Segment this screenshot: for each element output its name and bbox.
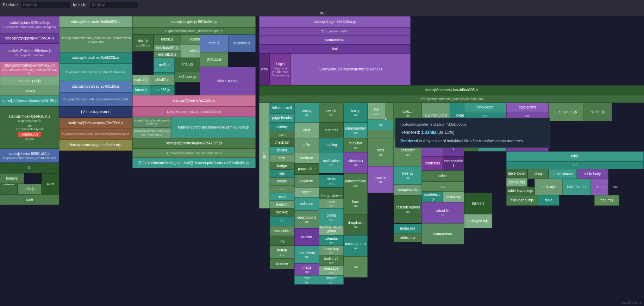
cell-vue-sub[interactable]: D:/project/nmmh/node_modules/@vue <box>132 106 256 117</box>
cell-tree-v2-header[interactable]: tree-v2 src <box>394 166 422 185</box>
cell-bootstrap-sub[interactable]: D:/project/nmmh/node_modules/bootstrap/d… <box>59 92 132 106</box>
cell-view[interactable]: view <box>259 54 270 85</box>
cell-sha1[interactable]: sha1.js sha384.js <box>132 35 154 51</box>
cell-util-mjs[interactable]: util.mjs <box>527 169 549 179</box>
cell-scrollbar[interactable]: scrollbar src <box>344 138 368 152</box>
cell-tree-store[interactable]: tree-store.mjs <box>549 103 584 121</box>
cell-table-footer[interactable]: table-footer <box>506 169 527 178</box>
cell-radio-ep[interactable]: radio src <box>319 199 344 208</box>
cell-tag[interactable]: tag <box>270 236 294 246</box>
cell-composables[interactable]: composables <box>443 156 464 170</box>
cell-enc-utf16[interactable]: enc-utf16.js <box>154 51 181 58</box>
cell-overlay[interactable]: overlay <box>270 123 294 131</box>
cell-vue-router[interactable]: static/js/vue-router-5a9da933.js <box>59 16 132 27</box>
cell-pinia[interactable]: static/js/pinia-8785ce9c.js D:/project/n… <box>0 16 59 33</box>
cell-infinite-scroll[interactable]: infinite-scroll <box>270 103 294 113</box>
cell-crypto-path[interactable]: D:/project/nmmh/node_modules/crypto-js <box>132 27 256 35</box>
cell-lodash-sub[interactable]: D:/project/nmmh/node_modules/lodash-es <box>59 63 132 81</box>
cell-timeline[interactable]: timeline <box>270 258 294 269</box>
cell-fontawesome-svg[interactable]: fontawesome-svg-core/index.mjs <box>59 139 132 151</box>
cell-alert[interactable]: alert <box>294 123 319 138</box>
cell-tree-v2-composables[interactable]: composables <box>394 185 422 195</box>
cell-moving-focus[interactable]: moving-focus-group src <box>319 226 344 235</box>
exclude-input[interactable] <box>21 2 70 8</box>
cell-row[interactable]: row <box>270 154 294 162</box>
cell-enc-base64[interactable]: enc-base64.js <box>154 44 181 51</box>
cell-tooltip-v2[interactable]: tooltip-v2 src <box>319 256 344 266</box>
include-input[interactable] <box>89 2 138 8</box>
cell-time-picker-header[interactable]: time-picker <box>464 103 506 112</box>
cell-useSelect[interactable]: useSelect.mjs <box>422 192 443 202</box>
cell-focus-trap[interactable]: focus-trap src <box>319 246 344 256</box>
cell-select-ep[interactable]: select <box>422 170 464 182</box>
cell-login-src[interactable]: D:/project/nmmh/src <box>259 27 411 35</box>
cell-space[interactable]: space <box>294 187 319 197</box>
cell-sha512[interactable]: sha512.js <box>200 52 228 67</box>
cell-popper[interactable]: static/js/@popperjs-e77bf204.js <box>0 33 59 44</box>
cell-fortawesome-sub[interactable]: D:/project/nmmh/node_modules/@fortawesom… <box>59 129 132 139</box>
cell-slideverify[interactable]: SlideVerify.vue?vue&type=script&lang.ts <box>291 54 411 85</box>
cell-image-ep[interactable]: image src <box>294 263 319 275</box>
cell-expkdf[interactable]: expkdf.js <box>132 75 150 85</box>
cell-popper-ep[interactable]: popper src <box>319 275 344 285</box>
cell-descriptions[interactable]: descriptions src <box>294 211 319 228</box>
cell-fortawesome[interactable]: static/js/@fortawesome-7be7f9bf.js <box>59 118 132 129</box>
cell-components-bottom[interactable]: components <box>422 223 464 244</box>
cell-axios[interactable]: static/js/axios-08851a62.js D:/project/n… <box>0 149 59 163</box>
cell-builders[interactable]: builders <box>464 193 492 214</box>
cell-input-number[interactable]: input-number src <box>344 123 368 138</box>
cell-dropdown[interactable]: dropdown src <box>344 214 368 235</box>
cell-dialog[interactable]: dialog src <box>319 208 344 226</box>
cell-table-body[interactable]: table-body <box>577 169 608 179</box>
cell-login-components[interactable]: components <box>259 35 411 44</box>
cell-popover[interactable]: popover <box>294 175 319 187</box>
cell-date-picker-header[interactable]: date-picker <box>506 103 549 112</box>
cell-page-header[interactable]: page-header <box>270 113 294 123</box>
cell-virtual-list[interactable]: virtual-list src <box>422 202 464 223</box>
cell-message-box[interactable]: message-box src <box>344 235 368 256</box>
cell-table-mjs[interactable]: table.mjs <box>534 179 563 195</box>
cell-login-page[interactable]: Login Login.vue RSlider.vue Register.vue <box>270 54 291 85</box>
cell-col-ep[interactable]: col <box>270 216 294 226</box>
cell-floating[interactable]: static/js/@floating-ui-4bf4d220.js D:/pr… <box>0 62 59 76</box>
cell-steps[interactable]: steps src <box>319 175 344 187</box>
cell-menu-mjs[interactable]: menu.mjs <box>394 224 422 233</box>
cell-cascader-panel[interactable]: cascader-panel src <box>394 195 422 223</box>
cell-element-plus-1fa[interactable]: static/js/@element-plus-1fa478d9.js <box>132 138 256 149</box>
cell-time-select[interactable]: time-select <box>270 226 294 236</box>
cell-check-list[interactable]: check-list <box>270 139 294 146</box>
cell-button-ep[interactable]: button src <box>270 246 294 258</box>
cell-table-header-sub[interactable]: table-header <box>563 179 591 195</box>
cell-login-header[interactable]: static/js/Login-73e8b9ea.js <box>259 16 411 27</box>
cell-build-grid[interactable]: build-grid.mjs <box>464 214 492 228</box>
cell-autocomplete[interactable]: autocomplete src <box>344 173 368 193</box>
cell-format-input[interactable]: format-input.js <box>0 76 59 86</box>
cell-x64core[interactable]: x64-core.js <box>175 71 200 82</box>
cell-table-layout[interactable]: table-layout.mjs <box>506 187 534 195</box>
cell-tooltip[interactable]: tooltip src <box>344 103 368 123</box>
cell-helpers[interactable]: helpers <box>0 173 24 184</box>
cell-index-bda[interactable]: static/js/index-bda4c679.js D:/project/n… <box>0 106 59 149</box>
cell-cipher-core[interactable]: cipher-core.js <box>200 67 256 95</box>
cell-filter-panel[interactable]: filter-panel.mjs <box>506 195 538 206</box>
cell-renderers[interactable]: renderers <box>422 156 443 170</box>
cell-select-src[interactable]: src <box>422 182 464 192</box>
cell-container[interactable]: container <box>294 152 319 163</box>
cell-async-validator[interactable]: static/js/async-validator-efc2d198.js <box>0 96 59 106</box>
cell-checkbox[interactable]: checkbox src <box>344 152 368 173</box>
cell-runtime-core[interactable]: runtime-core/dist/runtime-core.esm-bundl… <box>171 117 256 138</box>
cell-lib[interactable]: lib <box>0 163 59 173</box>
cell-empty[interactable]: empty src <box>294 103 319 123</box>
cell-message-src[interactable]: src <box>344 256 368 277</box>
cell-shared-esm[interactable]: shared/dist/shared.esm-bundler.js <box>132 117 171 127</box>
cell-badge[interactable]: badge <box>270 162 294 170</box>
cell-tripledes[interactable]: tripledes.js <box>228 35 256 52</box>
cell-bootstrap-2c4b[interactable]: static/js/bootstrap-2c4b61b0.js <box>59 81 132 92</box>
cell-table-column[interactable]: table-column <box>549 169 577 179</box>
cell-utils-ep[interactable]: utils <box>259 103 270 208</box>
cell-element-icons[interactable]: D:/project/nmmh/node_modules/@element-pl… <box>132 158 256 168</box>
cell-config-mjs[interactable]: config.mjs <box>506 178 527 187</box>
cell-progress[interactable]: progress <box>319 123 344 138</box>
cell-hmac[interactable]: hmac.js <box>132 85 150 95</box>
cell-md5[interactable]: md5.js <box>154 58 175 73</box>
